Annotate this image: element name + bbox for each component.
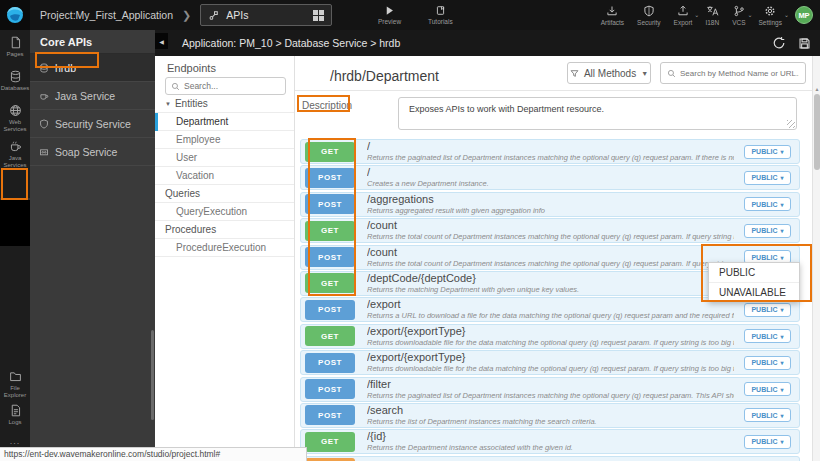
endpoints-panel: Endpoints ▼ Entities Department Employee… xyxy=(155,56,295,461)
resize-grip-icon[interactable] xyxy=(787,120,795,128)
endpoint-row[interactable]: GET /Returns the paginated list of Depar… xyxy=(300,139,800,164)
sidebar-item-file-explorer[interactable]: File Explorer xyxy=(0,370,30,398)
method-search[interactable] xyxy=(660,62,806,84)
caret-down-icon: ▼ xyxy=(641,70,648,77)
scrollbar-thumb[interactable] xyxy=(814,94,820,170)
tab-apis[interactable]: APIs xyxy=(200,4,332,26)
method-badge: GET xyxy=(305,221,355,241)
folder-icon xyxy=(9,370,22,383)
access-label: PUBLIC xyxy=(751,306,777,313)
method-search-input[interactable] xyxy=(680,69,799,78)
preview-button[interactable]: Preview xyxy=(378,5,401,25)
procedure-item-procedureexecution[interactable]: ProcedureExecution xyxy=(155,239,294,257)
endpoint-path: /export/{exportType} xyxy=(367,352,734,363)
endpoints-search-input[interactable] xyxy=(184,81,280,91)
core-panel-scrollbar[interactable] xyxy=(151,330,154,420)
endpoint-description: Returns a URL to download a file for the… xyxy=(367,311,734,320)
endpoint-path: / xyxy=(367,141,734,152)
endpoint-row[interactable]: GET /{id}Returns the Department instance… xyxy=(300,429,800,454)
endpoint-row[interactable]: POST /filterReturns the paginated list o… xyxy=(300,377,800,402)
sidebar-item-logs[interactable]: Logs xyxy=(0,404,30,426)
shield-icon xyxy=(39,119,49,129)
access-dropdown-button[interactable]: PUBLIC▾ xyxy=(744,329,791,343)
core-api-item-security-service[interactable]: Security Service xyxy=(30,110,155,138)
filter-icon xyxy=(570,69,579,78)
entity-item-vacation[interactable]: Vacation xyxy=(155,167,294,185)
caret-down-icon: ▾ xyxy=(781,148,784,155)
access-dropdown-button[interactable]: PUBLIC▾ xyxy=(744,224,791,238)
page-icon xyxy=(9,36,22,49)
endpoint-description: Returns downloadable file for the data m… xyxy=(367,364,734,373)
sidebar-item-pages[interactable]: Pages xyxy=(0,36,30,58)
access-dropdown-button[interactable]: PUBLIC▾ xyxy=(744,356,791,370)
i18n-button[interactable]: I18N xyxy=(705,5,719,26)
settings-button[interactable]: ⌄ Settings xyxy=(759,5,783,26)
status-bar-url: https://ent-dev.wavemakeronline.com/stud… xyxy=(0,447,307,461)
overflow-dots[interactable]: ... xyxy=(0,436,30,446)
user-avatar[interactable]: MP xyxy=(795,6,813,24)
access-dropdown-button[interactable]: PUBLIC▾ xyxy=(744,435,791,449)
vcs-button[interactable]: ⌄ VCS xyxy=(732,5,745,26)
all-methods-filter-button[interactable]: All Methods ▼ xyxy=(567,62,651,84)
refresh-button[interactable] xyxy=(772,36,786,50)
endpoint-row[interactable]: POST /searchReturns the list of Departme… xyxy=(300,403,800,428)
query-item-queryexecution[interactable]: QueryExecution xyxy=(155,203,294,221)
method-badge: POST xyxy=(305,379,355,399)
export-button[interactable]: ⌄ Export xyxy=(674,5,693,26)
access-dropdown-button[interactable]: PUBLIC▾ xyxy=(744,171,791,185)
branch-icon xyxy=(733,5,745,17)
endpoint-row[interactable]: GET /export/{exportType}Returns download… xyxy=(300,324,800,349)
sidebar-item-web-services[interactable]: Web Services xyxy=(0,104,30,132)
caret-down-icon: ▾ xyxy=(781,201,784,208)
access-dropdown-button[interactable]: PUBLIC▾ xyxy=(744,145,791,159)
wavemaker-logo-icon[interactable] xyxy=(0,0,30,30)
core-api-item-java-service[interactable]: Java Service xyxy=(30,82,155,110)
endpoint-row[interactable]: POST /Creates a new Department instance.… xyxy=(300,165,800,190)
chevron-right-icon: ❯ xyxy=(182,9,191,22)
access-label: PUBLIC xyxy=(751,412,777,419)
artifacts-button[interactable]: Artifacts xyxy=(601,5,624,26)
sidebar-item-databases[interactable]: Databases xyxy=(0,70,30,92)
grid-icon[interactable] xyxy=(313,10,324,21)
endpoint-path: /count xyxy=(367,220,734,231)
core-api-item-hrdb[interactable]: hrdb xyxy=(30,54,155,82)
endpoints-search[interactable] xyxy=(165,77,286,95)
access-dropdown-button[interactable]: PUBLIC▾ xyxy=(744,382,791,396)
endpoint-path: /search xyxy=(367,405,734,416)
endpoint-row[interactable]: POST /export/{exportType}Returns downloa… xyxy=(300,350,800,375)
endpoint-description: Returns the Department instance associat… xyxy=(367,443,734,452)
endpoints-title: Endpoints xyxy=(167,62,216,74)
caret-down-icon: ▾ xyxy=(781,359,784,366)
tutorials-icon xyxy=(435,5,446,16)
project-name[interactable]: Project:My_First_Application xyxy=(40,9,173,21)
collapse-panel-button[interactable]: ◀ xyxy=(155,33,168,49)
section-entities[interactable]: ▼ Entities xyxy=(155,95,294,113)
section-queries[interactable]: Queries xyxy=(155,185,294,203)
chevron-down-icon: ⌄ xyxy=(784,11,789,18)
vertical-scrollbar[interactable]: ▲ xyxy=(812,56,820,461)
caret-down-icon: ▾ xyxy=(781,438,784,445)
security-button[interactable]: Security xyxy=(637,5,660,26)
save-button[interactable] xyxy=(798,37,811,50)
access-dropdown-button[interactable]: PUBLIC▾ xyxy=(744,303,791,317)
scroll-up-arrow-icon[interactable]: ▲ xyxy=(814,86,820,92)
application-breadcrumb-bar: Application: PM_10 > Database Service > … xyxy=(155,30,820,56)
menu-item-public[interactable]: PUBLIC xyxy=(709,263,799,282)
endpoint-row[interactable]: POST /aggregationsReturns aggregated res… xyxy=(300,192,800,217)
section-procedures[interactable]: Procedures xyxy=(155,221,294,239)
endpoint-description: Returns the total count of Department in… xyxy=(367,232,734,241)
menu-item-unavailable[interactable]: UNAVAILABLE xyxy=(709,282,799,301)
access-dropdown-button[interactable]: PUBLIC▾ xyxy=(744,197,791,211)
tutorials-button[interactable]: Tutorials xyxy=(428,5,453,25)
core-api-item-soap-service[interactable]: Soap Service xyxy=(30,138,155,166)
description-textarea[interactable]: Exposes APIs to work with Department res… xyxy=(398,97,797,130)
upload-tray-icon xyxy=(677,5,689,17)
entity-item-department[interactable]: Department xyxy=(155,113,294,131)
entity-item-user[interactable]: User xyxy=(155,149,294,167)
sidebar-item-java-services[interactable]: Java Services xyxy=(0,140,30,168)
core-api-label: Java Service xyxy=(55,90,115,102)
endpoint-row[interactable]: GET /countReturns the total count of Dep… xyxy=(300,218,800,243)
access-dropdown-button[interactable]: PUBLIC▾ xyxy=(744,408,791,422)
entity-item-employee[interactable]: Employee xyxy=(155,131,294,149)
endpoint-row-partial[interactable] xyxy=(300,456,800,461)
